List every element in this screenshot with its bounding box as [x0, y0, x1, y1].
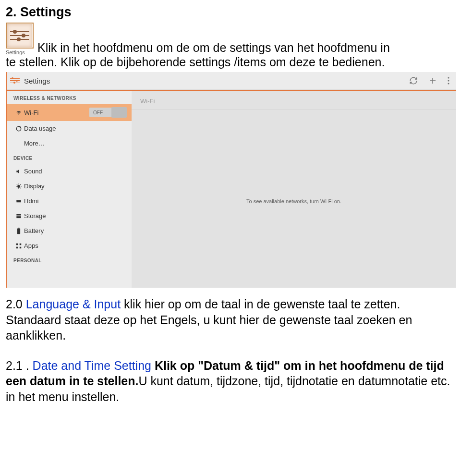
- hdmi-label: Hdmi: [24, 197, 127, 205]
- sidebar-item-data-usage[interactable]: Data usage: [7, 121, 132, 136]
- storage-icon: [13, 213, 24, 220]
- data-usage-icon: [13, 125, 24, 132]
- svg-rect-12: [20, 243, 22, 245]
- battery-icon: [13, 228, 24, 234]
- sidebar-item-sound[interactable]: Sound: [7, 164, 132, 179]
- category-personal: PERSONAL: [7, 253, 132, 266]
- hdmi-icon: [13, 198, 24, 205]
- svg-point-1: [448, 80, 449, 81]
- wifi-icon: [13, 109, 24, 116]
- svg-point-2: [448, 83, 449, 84]
- intro-text-line1: Klik in het hoofdmenu om de om de settin…: [37, 40, 390, 55]
- screenshot-header: Settings: [7, 72, 456, 90]
- apps-label: Apps: [24, 242, 127, 249]
- display-label: Display: [24, 183, 127, 190]
- paragraph-date: 2.1 . Date and Time Setting Klik op "Dat…: [6, 358, 455, 405]
- more-label: More…: [24, 140, 127, 147]
- storage-label: Storage: [24, 212, 127, 220]
- svg-rect-7: [16, 215, 21, 216]
- sidebar-item-wifi[interactable]: Wi-Fi OFF: [7, 104, 132, 121]
- svg-rect-13: [16, 246, 18, 248]
- wifi-toggle[interactable]: OFF: [89, 108, 127, 117]
- refresh-icon[interactable]: [409, 76, 418, 85]
- svg-point-0: [448, 77, 449, 78]
- sidebar-item-more[interactable]: More…: [7, 136, 132, 151]
- svg-point-4: [18, 185, 20, 187]
- sidebar-item-apps[interactable]: Apps: [7, 238, 132, 253]
- svg-rect-9: [17, 228, 20, 234]
- svg-rect-10: [18, 228, 19, 229]
- p-date-num: 2.1 .: [6, 359, 33, 372]
- p-date-blue: Date and Time Setting: [33, 359, 151, 372]
- doc-heading: 2. Settings: [6, 5, 455, 20]
- data-usage-label: Data usage: [24, 125, 127, 132]
- settings-sliders-icon: [7, 76, 24, 85]
- panel-title-wifi: Wi-Fi: [132, 91, 456, 110]
- battery-label: Battery: [24, 227, 127, 234]
- sound-icon: [13, 168, 24, 175]
- wifi-label: Wi-Fi: [24, 109, 89, 116]
- svg-rect-14: [20, 246, 22, 248]
- wifi-toggle-text: OFF: [93, 110, 103, 115]
- display-icon: [13, 183, 24, 190]
- add-icon[interactable]: [428, 76, 437, 85]
- settings-sidebar: WIRELESS & NETWORKS Wi-Fi OFF Data usage: [7, 91, 132, 288]
- svg-rect-11: [16, 243, 18, 245]
- sidebar-item-display[interactable]: Display: [7, 179, 132, 194]
- sidebar-item-battery[interactable]: Battery: [7, 223, 132, 238]
- apps-icon: [13, 243, 24, 249]
- paragraph-language: 2.0 Language & Input klik hier op om de …: [6, 296, 455, 343]
- sound-label: Sound: [24, 168, 127, 175]
- category-device: DEVICE: [7, 151, 132, 164]
- category-wireless: WIRELESS & NETWORKS: [7, 91, 132, 104]
- wifi-empty-message: To see available networks, turn Wi-Fi on…: [246, 198, 341, 204]
- sidebar-item-hdmi[interactable]: Hdmi: [7, 194, 132, 208]
- intro-text-line2: te stellen. Klik op de bijbehorende sett…: [6, 55, 455, 69]
- svg-rect-6: [16, 214, 21, 215]
- settings-icon-label: Settings: [6, 49, 34, 55]
- toggle-thumb: [111, 107, 127, 118]
- intro-row: Settings Klik in het hoofdmenu om de om …: [6, 23, 455, 55]
- settings-screenshot: Settings WIRELESS & NETWORKS Wi-Fi OFF: [6, 72, 456, 288]
- p-lang-num: 2.0: [6, 297, 26, 311]
- settings-content-panel: Wi-Fi To see available networks, turn Wi…: [132, 91, 456, 288]
- svg-rect-8: [16, 217, 21, 218]
- settings-app-icon-block: Settings: [6, 23, 34, 55]
- sliders-icon: [6, 23, 34, 49]
- p-lang-blue: Language & Input: [26, 297, 121, 311]
- svg-rect-5: [16, 200, 21, 202]
- screenshot-title: Settings: [24, 77, 409, 85]
- sidebar-item-storage[interactable]: Storage: [7, 208, 132, 223]
- overflow-menu-icon[interactable]: [448, 77, 449, 85]
